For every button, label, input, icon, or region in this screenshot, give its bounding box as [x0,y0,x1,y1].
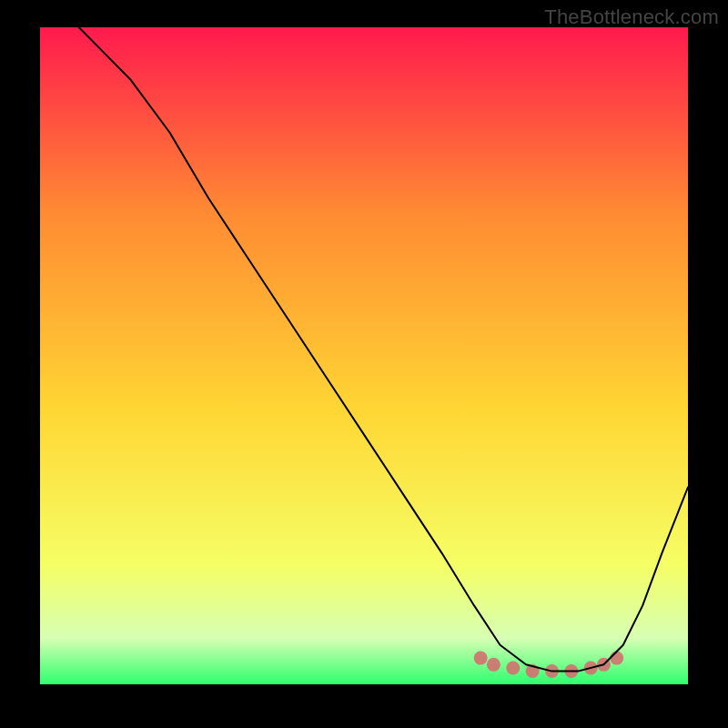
chart-area [40,27,688,684]
marker-point [487,658,500,672]
chart-background [40,27,688,684]
marker-point [610,652,623,665]
watermark-text: TheBottleneck.com [544,5,719,29]
chart-svg [40,27,688,684]
marker-point [474,652,488,665]
marker-point [506,661,520,674]
